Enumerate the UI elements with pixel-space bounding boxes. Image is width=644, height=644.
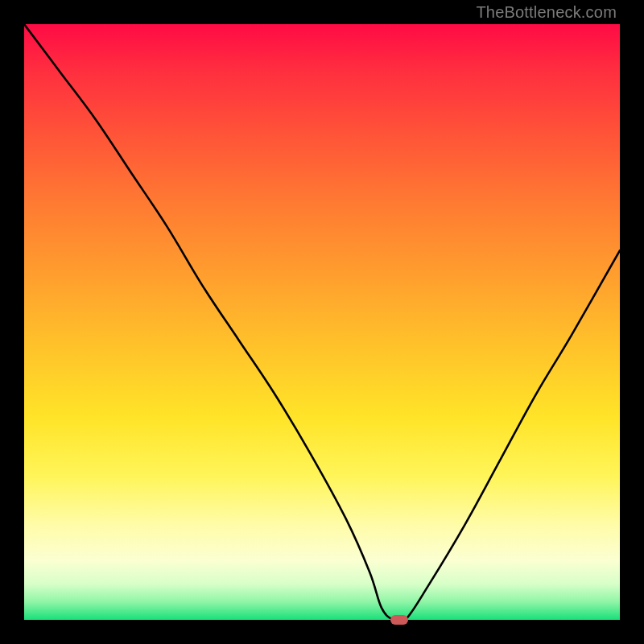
bottleneck-curve [24,24,620,620]
watermark-text: TheBottleneck.com [476,3,617,22]
plot-area [24,24,620,620]
optimum-marker [390,615,408,625]
chart-frame: TheBottleneck.com [0,0,644,644]
